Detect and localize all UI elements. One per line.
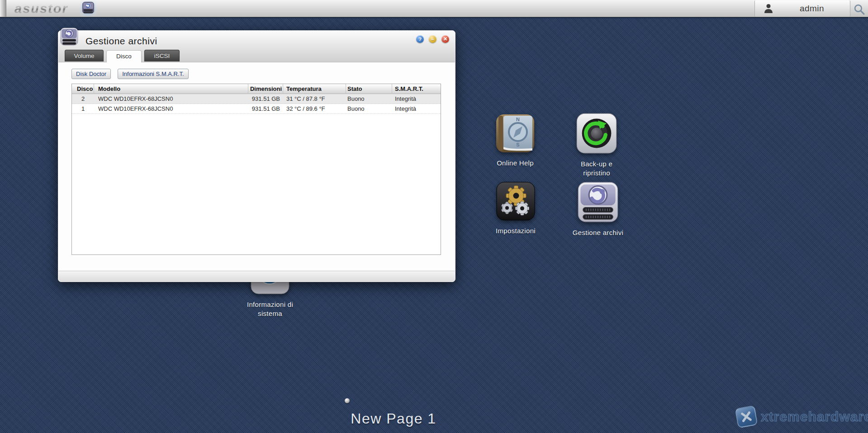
window-titlebar[interactable]: Gestione archivi ? − ✕ Volume Disco iSCS… bbox=[58, 31, 455, 62]
column-dimensioni[interactable]: Dimensioni bbox=[248, 84, 283, 94]
storage-manager-icon bbox=[577, 217, 619, 225]
settings-gears-icon bbox=[495, 215, 536, 223]
column-temperatura[interactable]: Temperatura bbox=[283, 84, 346, 94]
asustor-logo: asustor bbox=[14, 1, 68, 16]
svg-text:N: N bbox=[516, 117, 520, 122]
column-stato[interactable]: Stato bbox=[346, 84, 392, 94]
desktop-icon-label: Online Help bbox=[487, 159, 543, 168]
tab-disco[interactable]: Disco bbox=[106, 50, 142, 62]
username-label: admin bbox=[774, 4, 850, 14]
storage-manager-icon bbox=[82, 1, 95, 16]
minimize-button[interactable]: − bbox=[429, 35, 436, 43]
disk-table: Disco Modello Dimensioni Temperatura Sta… bbox=[71, 84, 441, 255]
table-row[interactable]: 1 WDC WD10EFRX-68JCSN0 931.51 GB 32 °C /… bbox=[72, 104, 441, 114]
help-button[interactable]: ? bbox=[416, 35, 424, 43]
tab-iscsi[interactable]: iSCSI bbox=[144, 50, 180, 61]
search-icon bbox=[853, 3, 865, 15]
desktop-icon-backup[interactable]: Back-up e ripristino bbox=[569, 112, 625, 177]
cell-dimensioni: 931.51 GB bbox=[248, 105, 283, 112]
cell-disco: 1 bbox=[72, 105, 94, 112]
column-smart[interactable]: S.M.A.R.T. bbox=[392, 84, 441, 94]
desktop-icon-label: Back-up e ripristino bbox=[573, 160, 620, 177]
cell-stato: Buono bbox=[346, 95, 392, 102]
xtremehardware-logo-icon bbox=[735, 405, 758, 428]
desktop-icon-online-help[interactable]: N S Online Help bbox=[487, 113, 543, 168]
table-row[interactable]: 2 WDC WD10EFRX-68JCSN0 931.51 GB 31 °C /… bbox=[72, 94, 441, 104]
cell-smart: Integrità bbox=[392, 95, 441, 102]
disk-doctor-button[interactable]: Disk Doctor bbox=[71, 69, 111, 79]
smart-info-button[interactable]: Informazioni S.M.A.R.T. bbox=[118, 69, 189, 79]
backup-restore-icon bbox=[575, 148, 618, 156]
cell-modello: WDC WD10EFRX-68JCSN0 bbox=[94, 105, 248, 112]
desktop-icon-label: Gestione archivi bbox=[570, 228, 626, 237]
window-footer bbox=[58, 271, 455, 282]
svg-text:S: S bbox=[516, 142, 519, 147]
desktop-icon-label: Impostazioni bbox=[488, 226, 544, 235]
cell-modello: WDC WD10EFRX-68JCSN0 bbox=[94, 95, 248, 102]
tab-strip: Volume Disco iSCSI bbox=[65, 50, 180, 62]
storage-manager-window: Gestione archivi ? − ✕ Volume Disco iSCS… bbox=[58, 30, 455, 282]
cell-temperatura: 32 °C / 89.6 °F bbox=[283, 105, 346, 112]
system-information-icon: i bbox=[250, 289, 290, 297]
desktop-icon-gestione-archivi[interactable]: Gestione archivi bbox=[570, 181, 626, 237]
desktop-page-indicator-dot[interactable] bbox=[345, 398, 350, 403]
tab-volume[interactable]: Volume bbox=[65, 50, 104, 61]
watermark: xtremehardware.it bbox=[736, 407, 868, 427]
column-modello[interactable]: Modello bbox=[94, 84, 248, 94]
close-button[interactable]: ✕ bbox=[441, 35, 449, 43]
taskbar-app-gestione-archivi[interactable] bbox=[80, 0, 96, 17]
desktop-icon-impostazioni[interactable]: Impostazioni bbox=[488, 181, 544, 235]
desktop-icon-label: Informazioni di sistema bbox=[242, 300, 298, 318]
disk-toolbar: Disk Doctor Informazioni S.M.A.R.T. bbox=[71, 69, 189, 79]
cell-dimensioni: 931.51 GB bbox=[248, 95, 283, 102]
search-button[interactable] bbox=[852, 2, 866, 16]
online-help-icon: N S bbox=[495, 147, 536, 155]
sidebar-handle[interactable] bbox=[0, 0, 6, 17]
cell-disco: 2 bbox=[72, 95, 94, 102]
user-menu-button[interactable]: admin bbox=[754, 0, 850, 17]
cell-smart: Integrità bbox=[392, 105, 441, 112]
storage-manager-window-icon bbox=[60, 27, 79, 48]
cell-temperatura: 31 °C / 87.8 °F bbox=[283, 95, 346, 102]
desktop-page-label: New Page 1 bbox=[342, 410, 446, 427]
watermark-text: xtremehardware.it bbox=[761, 409, 868, 424]
column-disco[interactable]: Disco bbox=[72, 84, 94, 94]
top-bar: asustor admin bbox=[0, 0, 868, 17]
window-title: Gestione archivi bbox=[85, 31, 157, 52]
cell-stato: Buono bbox=[346, 105, 392, 112]
table-header: Disco Modello Dimensioni Temperatura Sta… bbox=[72, 84, 441, 94]
user-icon bbox=[763, 3, 774, 14]
window-controls: ? − ✕ bbox=[416, 35, 449, 43]
